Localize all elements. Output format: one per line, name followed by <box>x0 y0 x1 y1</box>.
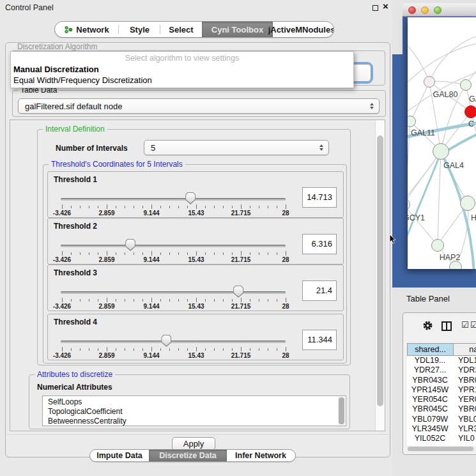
tick-mark <box>107 251 107 256</box>
slider-track[interactable] <box>61 198 286 201</box>
table-row[interactable]: YPR145WYPR1 <box>407 385 476 395</box>
scrollbar-thumb[interactable] <box>408 447 473 451</box>
table-row[interactable]: YBR045CYBR0 <box>407 404 476 414</box>
network-node[interactable] <box>449 261 462 269</box>
float-window-icon[interactable] <box>372 5 378 11</box>
table-body[interactable]: YDL19...YDL1YDR27...YDR2YBR043CYBR0YPR14… <box>407 356 476 446</box>
table-row[interactable]: YBR043CYBR0 <box>407 376 476 385</box>
slider-thumb[interactable] <box>161 335 171 347</box>
tick-mark <box>187 348 188 351</box>
table-row[interactable]: YLR345WYLR3 <box>407 424 476 434</box>
table-row[interactable]: YIL052CYIL0 <box>407 434 476 443</box>
number-of-intervals-combobox[interactable]: 5 <box>144 140 329 155</box>
attribute-list-item[interactable]: TopologicalCoefficient <box>43 407 346 417</box>
table-cell[interactable]: YDR2 <box>453 365 476 375</box>
network-node[interactable] <box>424 76 435 88</box>
close-icon[interactable]: × <box>383 1 388 12</box>
table-row[interactable]: YDR27...YDR2 <box>407 365 476 375</box>
tick-mark <box>178 299 179 302</box>
network-node[interactable] <box>464 105 476 118</box>
table-cell[interactable]: YPR145W <box>407 385 453 395</box>
slider-track[interactable] <box>61 291 286 294</box>
threshold-value-field[interactable]: 11.344 <box>302 330 337 350</box>
table-cell[interactable]: YLR3 <box>453 424 476 434</box>
network-node-label: GAL11 <box>411 128 435 137</box>
network-canvas[interactable]: GAL80GACGAL11GAL4GCY1HHAP2 <box>408 17 476 269</box>
network-window-body: GAL80GACGAL11GAL4GCY1HHAP2 <box>403 17 476 288</box>
slider-thumb[interactable] <box>125 239 135 251</box>
tab-impute-data[interactable]: Impute Data <box>90 450 149 461</box>
table-cell[interactable]: YER0 <box>453 395 476 404</box>
attributes-list[interactable]: SelfLoopsTopologicalCoefficientBetweenne… <box>42 395 346 426</box>
column-header-name[interactable]: name <box>453 343 476 356</box>
network-node[interactable] <box>431 239 444 252</box>
table-row[interactable]: YBL079WYBL0 <box>407 415 476 424</box>
threshold-value-field[interactable]: 21.4 <box>302 280 337 301</box>
table-cell[interactable]: YIL052C <box>407 434 453 443</box>
settings-gear-icon[interactable] <box>422 320 433 331</box>
apply-button[interactable]: Apply <box>172 437 215 450</box>
tab-infer-network[interactable]: Infer Network <box>227 450 295 461</box>
dropdown-item-manual-discretization[interactable]: Manual Discretization <box>13 65 351 75</box>
table-cell[interactable]: YER054C <box>407 395 453 404</box>
table-cell[interactable]: YBR0 <box>453 376 476 385</box>
right-panel: GAL80GACGAL11GAL4GCY1HHAP2 Table Panel ☑… <box>392 0 476 476</box>
table-row[interactable]: YER054CYER0 <box>407 395 476 404</box>
table-cell[interactable]: YBR043C <box>407 376 453 385</box>
zoom-traffic-light-icon[interactable] <box>434 6 441 14</box>
slider-track[interactable] <box>61 245 286 247</box>
slider-thumb[interactable] <box>233 286 243 298</box>
tab-discretize-data[interactable]: Discretize Data <box>149 450 227 461</box>
column-header-shared-name[interactable]: shared... <box>407 343 454 356</box>
table-horizontal-scrollbar[interactable] <box>407 446 476 452</box>
tick-mark <box>107 204 107 209</box>
tick-mark <box>116 348 116 351</box>
tick-mark <box>223 206 224 208</box>
table-cell[interactable]: YLR345W <box>407 424 453 434</box>
tab-style[interactable]: Style <box>119 22 160 37</box>
scale-label: 15.43 <box>180 256 212 263</box>
table-cell[interactable]: YDR27... <box>407 365 453 375</box>
split-columns-icon[interactable] <box>441 321 452 331</box>
tick-mark <box>241 298 242 302</box>
network-node[interactable] <box>460 79 472 91</box>
checkbox-checked-icon[interactable]: ☑ <box>461 320 469 330</box>
scrollbar-thumb[interactable] <box>377 135 383 406</box>
table-cell[interactable]: YBL079W <box>407 415 453 424</box>
network-window: GAL80GACGAL11GAL4GCY1HHAP2 <box>403 3 476 288</box>
table-cell[interactable]: YIL0 <box>453 434 476 443</box>
threshold-value-field[interactable]: 14.713 <box>302 187 337 208</box>
table-data-combobox[interactable]: galFiltered.sif default node <box>18 98 380 114</box>
tick-mark <box>160 206 161 208</box>
scale-label: 2.859 <box>91 210 123 217</box>
network-node[interactable] <box>433 143 449 160</box>
table-cell[interactable]: YBR0 <box>453 404 476 414</box>
tab-select[interactable]: Select <box>160 22 202 37</box>
table-cell[interactable]: YBR045C <box>407 404 453 414</box>
minimize-traffic-light-icon[interactable] <box>421 6 429 14</box>
dropdown-item-equal-width[interactable]: Equal Width/Frequency Discretization <box>13 75 351 86</box>
tab-jactivemnodules[interactable]: jActiveMNodules <box>273 22 330 37</box>
attributes-list-scrollbar[interactable] <box>338 397 345 425</box>
tick-mark <box>89 348 89 351</box>
tick-mark <box>80 206 81 208</box>
tab-cyni-toolbox[interactable]: Cyni Toolbox <box>202 22 273 37</box>
attribute-list-item[interactable]: SelfLoops <box>43 397 346 407</box>
table-cell[interactable]: YDL1 <box>453 356 476 365</box>
tick-mark <box>89 252 89 255</box>
close-traffic-light-icon[interactable] <box>408 6 416 14</box>
table-row[interactable]: YDL19...YDL1 <box>407 356 476 365</box>
table-cell[interactable]: YPR1 <box>453 385 476 395</box>
checkbox-checked-icon[interactable]: ☑ <box>470 320 476 330</box>
panel-vertical-scrollbar[interactable] <box>375 120 385 431</box>
tick-mark <box>214 299 215 302</box>
slider-thumb[interactable] <box>185 192 196 204</box>
attribute-list-item[interactable]: BetweennessCentrality <box>43 417 346 426</box>
tab-network[interactable]: Network <box>55 22 119 37</box>
network-node[interactable] <box>460 196 475 211</box>
table-cell[interactable]: YBL0 <box>453 415 476 424</box>
table-cell[interactable]: YDL19... <box>407 356 453 365</box>
slider-track[interactable] <box>61 341 286 343</box>
network-window-titlebar[interactable] <box>403 3 476 17</box>
threshold-value-field[interactable]: 6.316 <box>302 234 337 254</box>
